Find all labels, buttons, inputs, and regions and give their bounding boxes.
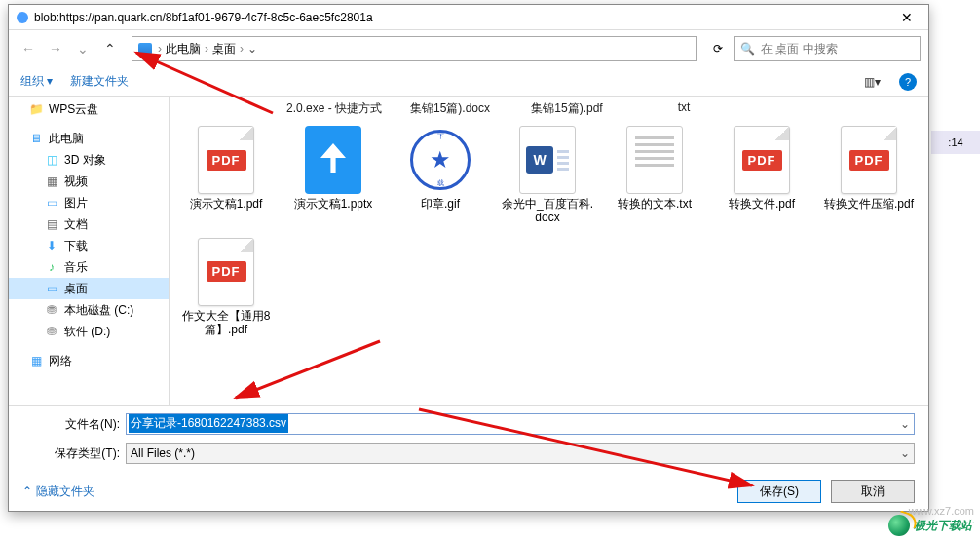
file-icon: W	[515, 123, 580, 197]
organize-menu[interactable]: 组织 ▾	[20, 73, 53, 90]
file-item[interactable]: 下★载印章.gif	[394, 123, 487, 225]
folder-icon: ♪	[44, 260, 59, 274]
sidebar-item-2[interactable]: ◫3D 对象	[9, 149, 169, 171]
sidebar-item-4[interactable]: ▭图片	[9, 192, 169, 213]
file-item[interactable]: W余光中_百度百科.docx	[501, 123, 594, 225]
window-title: blob:https://pan.quark.cn/8bf1af01-9679-…	[34, 11, 893, 24]
file-label: 演示文稿1.pptx	[294, 197, 373, 211]
folder-icon: ⛃	[44, 325, 59, 338]
recent-dropdown[interactable]: ⌄	[71, 37, 94, 60]
sidebar-item-label: 3D 对象	[64, 152, 106, 169]
folder-icon: ◫	[44, 153, 59, 167]
search-icon: 🔍	[740, 42, 755, 56]
titlebar: blob:https://pan.quark.cn/8bf1af01-9679-…	[9, 5, 928, 30]
file-label: 转换文件压缩.pdf	[824, 197, 914, 211]
brand-logo: 极光下载站	[888, 515, 972, 536]
folder-icon: ▦	[44, 174, 59, 188]
bottom-panel: 文件名(N): 分享记录-1680162247383.csv ⌄ 保存类型(T)…	[9, 405, 928, 474]
file-label: 演示文稿1.pdf	[190, 197, 263, 211]
folder-icon: ▤	[44, 217, 59, 231]
file-icon	[301, 123, 365, 197]
sidebar-item-label: 视频	[64, 174, 88, 190]
filetype-label: 保存类型(T):	[22, 445, 120, 462]
sidebar: 📁WPS云盘🖥此电脑◫3D 对象▦视频▭图片▤文档⬇下载♪音乐▭桌面⛃本地磁盘 …	[9, 97, 170, 405]
file-item[interactable]: PDF转换文件压缩.pdf	[822, 123, 916, 225]
folder-icon: 📁	[28, 102, 44, 116]
sidebar-item-label: WPS云盘	[49, 101, 98, 118]
file-icon	[622, 123, 687, 197]
file-item[interactable]: 转换的文本.txt	[608, 123, 701, 225]
cancel-button[interactable]: 取消	[831, 480, 915, 503]
file-label: 转换文件.pdf	[729, 197, 795, 211]
file-label: 2.0.exe - 快捷方式	[286, 100, 380, 117]
sidebar-item-7[interactable]: ♪音乐	[9, 256, 169, 278]
up-button[interactable]: ⌃	[98, 37, 122, 60]
sidebar-item-11[interactable]: ▦网络	[9, 350, 169, 371]
navbar: ← → ⌄ ⌃ › 此电脑 › 桌面 › ⌄ ⟳ 🔍 在 桌面 中搜索	[9, 30, 928, 67]
file-label: 作文大全【通用8篇】.pdf	[180, 309, 272, 337]
save-button[interactable]: 保存(S)	[737, 480, 821, 503]
file-label: 集锦15篇).pdf	[520, 100, 614, 117]
file-icon: PDF	[194, 235, 258, 309]
filetype-select[interactable]: All Files (*.*) ⌄	[126, 443, 915, 464]
search-input[interactable]: 🔍 在 桌面 中搜索	[734, 36, 921, 61]
sidebar-item-0[interactable]: 📁WPS云盘	[9, 98, 169, 120]
sidebar-item-label: 图片	[64, 195, 88, 212]
file-item[interactable]: PDF转换文件.pdf	[715, 123, 809, 225]
file-item[interactable]: PDF作文大全【通用8篇】.pdf	[179, 235, 273, 337]
back-button[interactable]: ←	[17, 37, 40, 60]
file-icon: PDF	[837, 123, 901, 197]
file-label: 余光中_百度百科.docx	[502, 197, 593, 225]
file-icon: 下★载	[408, 123, 472, 197]
folder-icon: ▭	[44, 282, 59, 295]
file-item[interactable]: 演示文稿1.pptx	[286, 123, 380, 225]
folder-icon: 🖥	[28, 132, 44, 145]
toolbar: 组织 ▾ 新建文件夹 ▥▾ ?	[9, 67, 928, 97]
chevron-down-icon: ⌃	[22, 484, 32, 498]
file-icon: PDF	[730, 123, 794, 197]
save-dialog: blob:https://pan.quark.cn/8bf1af01-9679-…	[8, 4, 929, 512]
breadcrumb-item[interactable]: 桌面	[212, 41, 236, 58]
sidebar-item-label: 网络	[49, 353, 72, 369]
filename-dropdown-icon[interactable]: ⌄	[900, 417, 910, 431]
folder-icon: ▦	[28, 354, 44, 368]
chevron-down-icon: ⌄	[900, 446, 910, 460]
folder-icon: ▭	[44, 196, 59, 210]
sidebar-item-label: 文档	[64, 216, 88, 233]
help-button[interactable]: ?	[899, 73, 917, 91]
sidebar-item-1[interactable]: 🖥此电脑	[9, 128, 169, 149]
folder-icon: ⛃	[44, 303, 59, 317]
close-button[interactable]: ✕	[893, 10, 921, 25]
breadcrumb-dropdown[interactable]: ⌄	[247, 42, 261, 56]
sidebar-item-label: 桌面	[64, 281, 88, 297]
sidebar-item-label: 音乐	[64, 259, 88, 276]
sidebar-item-5[interactable]: ▤文档	[9, 213, 169, 235]
breadcrumb-icon	[138, 43, 152, 55]
file-label: 转换的文本.txt	[618, 197, 692, 211]
sidebar-item-6[interactable]: ⬇下载	[9, 235, 169, 256]
sidebar-item-9[interactable]: ⛃本地磁盘 (C:)	[9, 299, 169, 321]
file-label: 印章.gif	[421, 197, 460, 211]
filename-label: 文件名(N):	[22, 416, 120, 433]
refresh-button[interactable]: ⟳	[706, 37, 730, 60]
sidebar-item-label: 本地磁盘 (C:)	[64, 302, 133, 319]
sidebar-item-label: 软件 (D:)	[64, 324, 110, 340]
file-label: txt	[637, 100, 731, 117]
sidebar-item-3[interactable]: ▦视频	[9, 171, 169, 192]
breadcrumb-item[interactable]: 此电脑	[166, 41, 201, 58]
new-folder-button[interactable]: 新建文件夹	[70, 73, 129, 90]
file-label: 集锦15篇).docx	[403, 100, 497, 117]
forward-button[interactable]: →	[44, 37, 67, 60]
brand-orb-icon	[888, 515, 910, 536]
file-icon: PDF	[194, 123, 258, 197]
sidebar-item-label: 下载	[64, 238, 88, 254]
file-item[interactable]: PDF演示文稿1.pdf	[179, 123, 273, 225]
filename-input[interactable]: 分享记录-1680162247383.csv ⌄	[126, 413, 915, 435]
footer: ⌃ 隐藏文件夹 保存(S) 取消	[9, 474, 928, 511]
sidebar-item-label: 此电脑	[49, 131, 84, 147]
breadcrumb[interactable]: › 此电脑 › 桌面 › ⌄	[132, 36, 697, 61]
sidebar-item-10[interactable]: ⛃软件 (D:)	[9, 321, 169, 342]
sidebar-item-8[interactable]: ▭桌面	[9, 278, 169, 299]
view-mode-button[interactable]: ▥▾	[862, 75, 882, 89]
hide-folders-link[interactable]: ⌃ 隐藏文件夹	[22, 484, 94, 500]
